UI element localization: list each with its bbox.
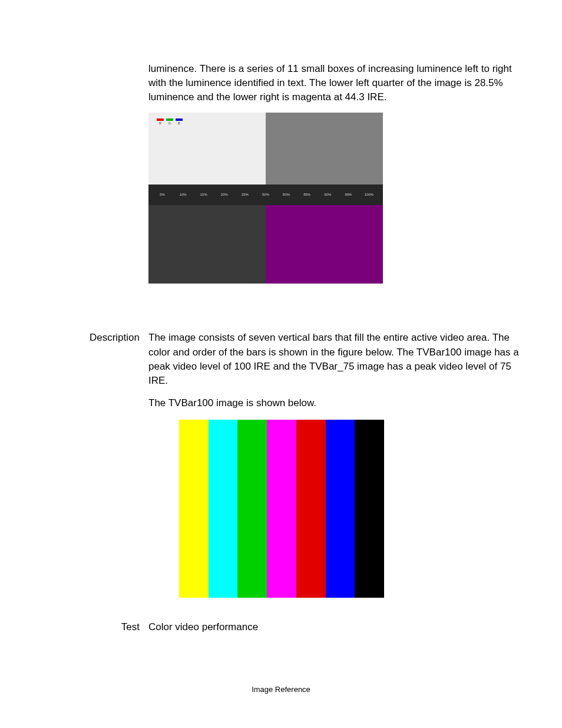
top-right-quadrant [266, 113, 383, 185]
page-footer: Image Reference [0, 685, 562, 694]
color-bar [296, 420, 326, 598]
color-bar [355, 420, 384, 598]
description-label: Description [35, 331, 148, 345]
luminence-step: 20% [214, 192, 234, 197]
luminence-step: 85% [297, 192, 318, 197]
rgb-label: R [159, 121, 161, 126]
color-bar [209, 420, 238, 598]
rgb-swatch [157, 118, 164, 121]
rgb-boxes: RGB [157, 118, 183, 126]
bottom-right-quadrant [266, 205, 383, 284]
luminence-step: 10% [173, 192, 193, 197]
rgb-swatch [176, 118, 183, 121]
luminence-step: 50% [255, 192, 276, 197]
luminence-step: 100% [359, 192, 379, 197]
luminence-step-strip: 5%10%15%20%25%50%80%85%90%95%100% [148, 185, 383, 205]
color-bar [237, 420, 267, 598]
test-label: Test [35, 620, 148, 634]
luminence-step: 90% [318, 192, 338, 197]
color-bar [179, 420, 209, 598]
luminence-step: 15% [193, 192, 214, 197]
color-bar [326, 420, 355, 598]
intro-paragraph: luminence. There is a series of 11 small… [148, 62, 527, 104]
rgb-swatch [166, 118, 173, 121]
luminence-step: 25% [234, 192, 255, 197]
luminence-step: 80% [276, 192, 297, 197]
test-text: Color video performance [148, 620, 527, 634]
color-bars-image [179, 420, 384, 598]
bottom-left-quadrant [148, 205, 266, 284]
luminence-step: 95% [338, 192, 359, 197]
luminence-test-image: RGB 5%10%15%20%25%50%80%85%90%95%100% [148, 113, 383, 284]
color-bar [267, 420, 296, 598]
description-para1: The image consists of seven vertical bar… [148, 331, 527, 388]
document-page: luminence. There is a series of 11 small… [0, 0, 562, 728]
rgb-label: G [168, 121, 171, 126]
rgb-label: B [178, 121, 180, 126]
top-left-quadrant: RGB [148, 113, 266, 185]
rgb-box: B [176, 118, 183, 126]
rgb-box: R [157, 118, 164, 126]
description-para2: The TVBar100 image is shown below. [148, 396, 527, 410]
luminence-step: 5% [152, 192, 173, 197]
rgb-box: G [166, 118, 173, 126]
